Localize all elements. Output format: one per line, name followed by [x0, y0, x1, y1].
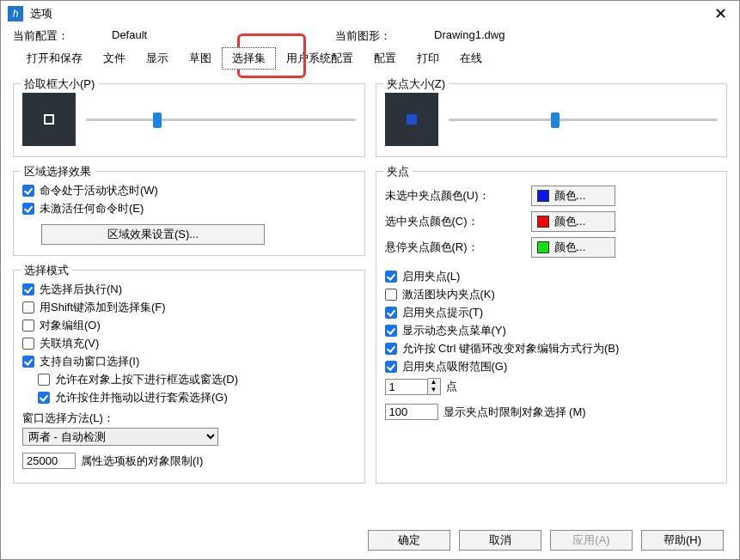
grip-check-4[interactable] — [385, 343, 397, 355]
mode-sub-check-1[interactable] — [38, 392, 50, 404]
left-column: 拾取框大小(P) 区域选择效果 命令处于活动状态时(W) 未激活任何命令时(E)… — [13, 76, 365, 484]
grip-check-label-4: 允许按 Ctrl 键循环改变对象编辑方式行为(B) — [402, 341, 620, 356]
limit-label: 属性选项板的对象限制(I) — [81, 453, 203, 469]
tab-bar: 打开和保存文件显示草图选择集用户系统配置配置打印在线 — [1, 47, 739, 70]
winsel-select[interactable]: 两者 - 自动检测 — [22, 428, 218, 446]
region-active-check[interactable] — [22, 185, 34, 197]
cancel-button[interactable]: 取消 — [459, 530, 541, 551]
tab-8[interactable]: 在线 — [450, 47, 492, 70]
drawing-label: 当前图形： — [335, 28, 391, 44]
app-logo-icon: h — [8, 6, 23, 21]
title-bar: h 选项 ✕ — [1, 1, 739, 27]
tab-7[interactable]: 打印 — [407, 47, 450, 70]
tab-1[interactable]: 文件 — [93, 47, 136, 70]
color-button-0[interactable]: 颜色... — [531, 186, 615, 206]
grip-check-1[interactable] — [385, 289, 397, 301]
grip-check-label-1: 激活图块内夹点(K) — [402, 287, 495, 302]
mode-label-3: 关联填充(V) — [40, 336, 99, 351]
tab-0[interactable]: 打开和保存 — [16, 47, 93, 70]
config-label: 当前配置： — [13, 28, 69, 44]
mode-group: 选择模式 先选择后执行(N)用Shift键添加到选择集(F)对象编组(O)关联填… — [13, 270, 365, 484]
grip-range-input[interactable] — [385, 379, 428, 395]
pickbox-preview — [22, 93, 76, 146]
grip-range-label: 点 — [446, 379, 457, 394]
config-value: Default — [112, 28, 335, 44]
color-label-0: 未选中夹点颜色(U)： — [385, 188, 531, 204]
gripsize-title: 夹点大小(Z) — [383, 76, 450, 92]
mode-sub-check-0[interactable] — [38, 374, 50, 386]
region-idle-check[interactable] — [22, 203, 34, 215]
close-icon[interactable]: ✕ — [709, 4, 732, 23]
grip-square-icon — [407, 114, 417, 125]
region-active-label: 命令处于活动状态时(W) — [40, 183, 158, 198]
mode-check-4[interactable] — [22, 356, 34, 368]
pickbox-slider[interactable] — [86, 112, 356, 127]
region-idle-label: 未激活任何命令时(E) — [40, 201, 144, 216]
pickbox-title: 拾取框大小(P) — [21, 76, 98, 92]
grip-check-0[interactable] — [385, 271, 397, 283]
color-swatch-2 — [537, 241, 549, 253]
grip-group: 夹点 未选中夹点颜色(U)：颜色...选中夹点颜色(C)：颜色...悬停夹点颜色… — [376, 171, 728, 484]
help-button[interactable]: 帮助(H) — [641, 530, 724, 551]
drawing-value: Drawing1.dwg — [434, 28, 657, 44]
tab-6[interactable]: 配置 — [364, 47, 407, 70]
spin-down-icon[interactable]: ▼ — [428, 387, 440, 394]
mode-check-3[interactable] — [22, 338, 34, 350]
pickbox-square-icon — [44, 114, 54, 125]
apply-button[interactable]: 应用(A) — [550, 530, 633, 551]
region-group: 区域选择效果 命令处于活动状态时(W) 未激活任何命令时(E) 区域效果设置(S… — [13, 171, 365, 256]
grip-check-label-2: 启用夹点提示(T) — [402, 305, 484, 320]
grip-limit-input[interactable] — [385, 404, 438, 420]
tab-5[interactable]: 用户系统配置 — [276, 47, 364, 70]
mode-check-1[interactable] — [22, 301, 34, 313]
mode-check-2[interactable] — [22, 320, 34, 332]
grip-check-3[interactable] — [385, 325, 397, 337]
grip-group-title: 夹点 — [383, 164, 413, 180]
color-swatch-1 — [537, 216, 549, 228]
mode-label-4: 支持自动窗口选择(I) — [40, 354, 139, 369]
grip-limit-label: 显示夹点时限制对象选择 (M) — [443, 405, 586, 420]
tab-2[interactable]: 显示 — [136, 47, 179, 70]
color-label-2: 悬停夹点颜色(R)： — [385, 240, 531, 255]
gripsize-group: 夹点大小(Z) — [376, 83, 728, 157]
winsel-label: 窗口选择方法(L)： — [22, 411, 356, 426]
tab-4[interactable]: 选择集 — [222, 47, 276, 70]
grip-check-2[interactable] — [385, 307, 397, 319]
grip-range-spinner[interactable]: ▲▼ — [385, 378, 441, 395]
window-title: 选项 — [30, 6, 709, 21]
region-settings-button[interactable]: 区域效果设置(S)... — [41, 224, 265, 245]
footer: 确定 取消 应用(A) 帮助(H) — [368, 530, 724, 551]
grip-check-label-5: 启用夹点吸附范围(G) — [402, 359, 508, 374]
mode-sub-label-0: 允许在对象上按下进行框选或窗选(D) — [55, 372, 238, 387]
grip-check-5[interactable] — [385, 361, 397, 373]
grip-check-label-0: 启用夹点(L) — [402, 269, 461, 284]
ok-button[interactable]: 确定 — [368, 530, 450, 551]
gripsize-slider[interactable] — [449, 112, 719, 127]
color-label-1: 选中夹点颜色(C)： — [385, 214, 531, 229]
mode-check-0[interactable] — [22, 283, 34, 295]
color-button-1[interactable]: 颜色... — [531, 211, 615, 232]
right-column: 夹点大小(Z) 夹点 未选中夹点颜色(U)：颜色...选中夹点颜色(C)：颜色.… — [376, 76, 728, 484]
pickbox-group: 拾取框大小(P) — [13, 83, 365, 157]
grip-preview — [385, 93, 438, 146]
grip-check-label-3: 显示动态夹点菜单(Y) — [402, 323, 506, 338]
mode-sub-label-1: 允许按住并拖动以进行套索选择(G) — [55, 390, 228, 405]
tab-3[interactable]: 草图 — [179, 47, 222, 70]
mode-label-0: 先选择后执行(N) — [40, 282, 122, 297]
region-title: 区域选择效果 — [21, 164, 95, 180]
mode-label-2: 对象编组(O) — [40, 318, 101, 333]
limit-input[interactable] — [22, 453, 76, 469]
mode-title: 选择模式 — [21, 263, 72, 278]
color-swatch-0 — [537, 190, 549, 202]
mode-label-1: 用Shift键添加到选择集(F) — [40, 300, 166, 315]
color-button-2[interactable]: 颜色... — [531, 237, 615, 258]
config-info: 当前配置： Default 当前图形： Drawing1.dwg — [1, 27, 739, 47]
